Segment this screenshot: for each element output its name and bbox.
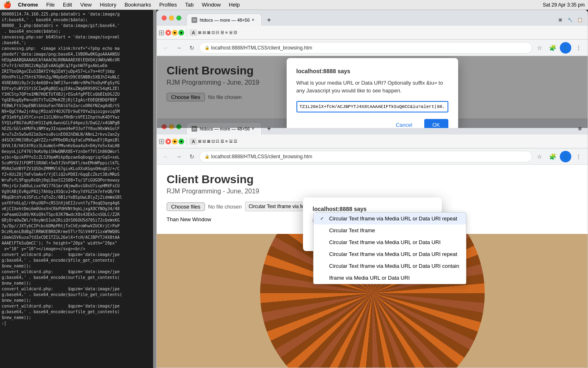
dialog-input-1[interactable] — [296, 101, 448, 112]
dialog-site-1: localhost:8888 says — [296, 68, 448, 74]
profile-btn-2[interactable]: 👤 — [560, 151, 571, 162]
back-button-1[interactable]: ← — [160, 42, 172, 54]
new-tab-button-1[interactable]: + — [263, 14, 275, 26]
dialog-overlay-1: localhost:8888 says What is your media U… — [157, 56, 588, 128]
more-btn-2[interactable]: ⋮ — [573, 151, 584, 162]
url-text-1: localhost:8888/HTMLCSS/client_browsing.h… — [211, 45, 312, 51]
forward-button-2[interactable]: → — [173, 151, 185, 162]
dot-red-2: ● — [165, 139, 171, 144]
refresh-button-2[interactable]: ↻ — [186, 151, 198, 162]
forward-button-1[interactable]: → — [173, 42, 185, 54]
menu-window[interactable]: Window — [198, 2, 224, 8]
dropdown-item-label-0: Circular Text Iframe via Media URL or Da… — [329, 215, 457, 222]
toolbar-strip-2: ⊞ ● ● ● A ⊞ ⊟ ⊠ ⊡ ☷ ☰ ≡ ☱ ☲ — [157, 135, 588, 148]
chrome-window-1: H htdocs — more — 48×56 × + ⊞ 🔧 📋 ⊞ ● ● … — [156, 10, 588, 128]
dropdown-item-2[interactable]: Circular Text Iframe via Media URL or Da… — [314, 236, 466, 248]
browser-content-1: Client Browsing RJM Programming - June, … — [157, 56, 588, 128]
menu-help[interactable]: Help — [226, 2, 243, 8]
address-bar-2[interactable]: 🔒 localhost:8888/HTMLCSS/client_browsing… — [199, 151, 532, 162]
url-text-2: localhost:8888/HTMLCSS/client_browsing.h… — [211, 154, 312, 159]
dialog-box-1: localhost:8888 says What is your media U… — [287, 58, 458, 128]
app-icon-2: ⊞ — [158, 137, 165, 146]
code-content: 00000114.74.160.225.php:$dataUri = 'data… — [2, 11, 151, 326]
dropdown-item-0[interactable]: ✓ Circular Text Iframe via Media URL or … — [314, 213, 466, 224]
close-button-1[interactable] — [162, 16, 167, 20]
dot-green-1: ● — [178, 30, 184, 36]
toolbar-btn-b[interactable]: A — [189, 138, 197, 145]
window-top-row-1: H htdocs — more — 48×56 × + ⊞ 🔧 📋 — [157, 10, 588, 26]
chrome-toolbar-1: ← → ↻ 🔒 localhost:8888/HTMLCSS/client_br… — [157, 40, 588, 56]
refresh-button-1[interactable]: ↻ — [186, 42, 198, 54]
dialog-buttons-1: Cancel OK — [296, 119, 448, 128]
toolbar-strip-1: ⊞ ● ● ● A ⊞ ⊟ ⊠ ⊡ ☷ ☰ ≡ ☱ ☲ — [157, 26, 588, 40]
dropdown-item-label-2: Circular Text Iframe via Media URL or Da… — [329, 239, 441, 245]
mac-menubar: 🍎 Chrome File Edit View History Bookmark… — [0, 0, 588, 10]
code-editor-panel: 00000114.74.160.225.php:$dataUri = 'data… — [0, 10, 153, 368]
dropdown-item-4[interactable]: Circular Text Iframe via Media URL or Da… — [314, 260, 466, 272]
address-bar-1[interactable]: 🔒 localhost:8888/HTMLCSS/client_browsing… — [199, 42, 532, 54]
chrome-toolbar-2: ← → ↻ 🔒 localhost:8888/HTMLCSS/client_br… — [157, 148, 588, 165]
bookmark-btn-2[interactable]: ☆ — [534, 151, 545, 162]
dropdown-menu: ✓ Circular Text Iframe via Media URL or … — [313, 212, 466, 284]
menu-edit[interactable]: Edit — [60, 2, 75, 8]
profile-icon-1: 👤 — [563, 45, 569, 51]
apple-menu[interactable]: 🍎 — [3, 1, 11, 9]
browser-tab-1[interactable]: H htdocs — more — 48×56 × — [186, 13, 262, 26]
dropdown-item-5[interactable]: Iframe via Media URL or Data URI — [314, 272, 466, 284]
tab-favicon-1: H — [192, 17, 197, 23]
check-icon-0: ✓ — [320, 216, 326, 221]
menu-view[interactable]: View — [77, 2, 95, 8]
toolbar-ext-2[interactable]: 🔧 — [566, 15, 575, 24]
toolbar-icons-strip-2: ⊞ ⊟ ⊠ ⊡ ☷ ☰ ≡ ☱ ☲ — [198, 139, 237, 144]
minimize-button-1[interactable] — [169, 16, 174, 20]
dot-yellow-2: ● — [172, 139, 178, 144]
datetime-display: Sat 29 Apr 3:35 pm — [543, 2, 585, 8]
dropdown-item-3[interactable]: Circular Text Iframe via Media URL or Da… — [314, 248, 466, 260]
choose-files-btn-2[interactable]: Choose files — [167, 202, 205, 211]
extensions-btn-1[interactable]: 🧩 — [547, 42, 558, 54]
chrome-window-2: H htdocs — more — 48×56 × + ⊞ ⊞ ● ● ● A … — [156, 119, 588, 368]
more-btn-1[interactable]: ⋮ — [573, 42, 584, 54]
dialog-cancel-btn-1[interactable]: Cancel — [387, 119, 421, 128]
dropdown-item-label-1: Circular Text Iframe — [329, 227, 375, 233]
dropdown-item-label-4: Circular Text Iframe via Media URL or Da… — [329, 263, 459, 269]
dot-green-2: ● — [178, 139, 184, 144]
dropdown-item-label-5: Iframe via Media URL or Data URI — [329, 275, 410, 281]
toolbar-ext-1[interactable]: ⊞ — [556, 15, 565, 24]
toolbar-btn-a[interactable]: A — [189, 29, 197, 36]
bookmark-btn-1[interactable]: ☆ — [534, 42, 545, 54]
divider-2 — [187, 137, 187, 146]
menu-tab[interactable]: Tab — [182, 2, 197, 8]
profile-btn-1[interactable]: 👤 — [560, 42, 571, 54]
panel-divider[interactable] — [153, 10, 156, 368]
no-file-label-2: No file chosen — [208, 204, 242, 210]
browser-content-2: Client Browsing RJM Programming - June, … — [157, 165, 588, 368]
page-title-2: Client Browsing — [167, 173, 578, 186]
alert-site-2: localhost:8888 says — [313, 206, 432, 212]
maximize-button-1[interactable] — [176, 16, 181, 20]
menu-profiles[interactable]: Profiles — [156, 2, 180, 8]
dropdown-item-label-3: Circular Text Iframe via Media URL or Da… — [329, 251, 457, 257]
profile-icon-2: 👤 — [563, 154, 569, 159]
dialog-message-1: What is your media URL or Data URI? Opti… — [296, 79, 448, 94]
dialog-ok-btn-1[interactable]: OK — [424, 119, 448, 128]
dropdown-item-1[interactable]: Circular Text Iframe — [314, 224, 466, 236]
extensions-btn-2[interactable]: 🧩 — [547, 151, 558, 162]
menubar-right: Sat 29 Apr 3:35 pm — [543, 2, 588, 8]
back-button-2[interactable]: ← — [160, 151, 172, 162]
page-subtitle-2: RJM Programming - June, 2019 — [167, 188, 578, 195]
tab-close-1[interactable]: × — [250, 17, 256, 23]
lock-icon-1: 🔒 — [205, 45, 209, 50]
menu-file[interactable]: File — [43, 2, 58, 8]
dot-red-1: ● — [165, 30, 171, 36]
menu-history[interactable]: History — [96, 2, 119, 8]
app-icon-1: ⊞ — [158, 28, 165, 37]
menu-chrome[interactable]: Chrome — [15, 2, 41, 8]
toolbar-ext-3[interactable]: 📋 — [575, 15, 584, 24]
divider-1 — [187, 29, 187, 37]
menu-bookmarks[interactable]: Bookmarks — [121, 2, 154, 8]
menu-items: Chrome File Edit View History Bookmarks … — [15, 2, 243, 8]
lock-icon-2: 🔒 — [205, 154, 209, 159]
dot-yellow-1: ● — [172, 30, 178, 36]
tab-title-1: htdocs — more — 48×56 — [200, 18, 250, 22]
